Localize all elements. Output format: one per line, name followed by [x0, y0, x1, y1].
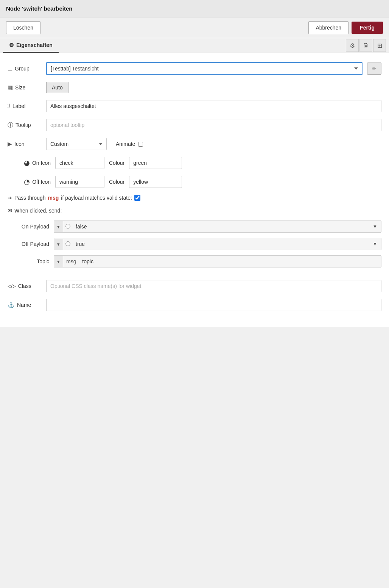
topic-input[interactable]: [79, 256, 381, 267]
on-icon-row: ◕ On Icon Colour: [8, 157, 381, 169]
icon-select[interactable]: Custom: [46, 138, 107, 150]
topic-row: Topic ▾ msg.: [8, 255, 381, 267]
form-area: ⚊ Group [Testtab] Testansicht ✏ ▦ Size A…: [0, 53, 389, 327]
size-label: ▦ Size: [8, 84, 42, 91]
toolbar: Löschen Abbrechen Fertig: [0, 17, 389, 38]
size-row: ▦ Size Auto: [8, 82, 381, 93]
class-row: </> Class: [8, 280, 381, 292]
tooltip-row: ⓘ Tooltip: [8, 119, 381, 131]
on-payload-wrap: ▾ ⓘ ▼: [54, 220, 381, 233]
tab-icon-gear[interactable]: ⚙: [346, 39, 359, 52]
when-clicked-row: ✉ When clicked, send:: [8, 208, 381, 214]
label-input[interactable]: [46, 100, 381, 112]
tooltip-icon: ⓘ: [8, 122, 13, 129]
group-icon: ⚊: [8, 65, 12, 72]
tab-properties-label: Eigenschaften: [16, 42, 53, 48]
label-row: ℐ Label: [8, 100, 381, 112]
panel: Node 'switch' bearbeiten Löschen Abbrech…: [0, 0, 389, 588]
on-icon-input[interactable]: [55, 157, 104, 169]
off-payload-row: Off Payload ▾ ⓘ ▼: [8, 238, 381, 250]
on-payload-type-btn[interactable]: ▾: [54, 221, 63, 232]
on-payload-input[interactable]: [73, 221, 369, 232]
off-payload-arrow: ▾: [57, 241, 60, 247]
on-icon-label: ◕ On Icon: [17, 159, 51, 167]
on-payload-dropdown[interactable]: ▼: [369, 221, 381, 232]
pass-through-checkbox[interactable]: [134, 195, 140, 201]
pencil-icon: ✏: [372, 66, 377, 72]
label-label: ℐ Label: [8, 103, 42, 109]
done-button[interactable]: Fertig: [352, 22, 383, 34]
off-icon-row: ◔ Off Icon Colour: [8, 176, 381, 188]
pass-through-row: ➔ Pass through msg if payload matches va…: [8, 195, 381, 201]
topic-wrap: ▾ msg.: [54, 255, 381, 267]
class-label: </> Class: [8, 283, 42, 289]
arrow-icon: ➔: [8, 195, 12, 201]
topic-label: Topic: [8, 258, 49, 264]
toggle-off-icon: ◔: [24, 178, 30, 186]
pass-through-msg: msg: [48, 195, 59, 201]
off-payload-type-btn[interactable]: ▾: [54, 239, 63, 250]
off-payload-label: Off Payload: [8, 241, 49, 247]
name-label: ⚓ Name: [8, 302, 42, 308]
off-payload-wrap: ▾ ⓘ ▼: [54, 238, 381, 250]
topic-type-arrow: ▾: [57, 259, 60, 264]
label-icon: ℐ: [8, 103, 10, 109]
off-icon-input[interactable]: [55, 176, 104, 188]
group-edit-button[interactable]: ✏: [367, 63, 381, 75]
off-colour-label: Colour: [109, 179, 124, 185]
icon-label: ▶ Icon: [8, 141, 42, 147]
tabs-bar: ⚙ Eigenschaften ⚙ 🗎 ⊞: [0, 38, 389, 53]
panel-title: Node 'switch' bearbeiten: [6, 5, 383, 12]
on-colour-label: Colour: [109, 160, 124, 166]
cancel-button[interactable]: Abbrechen: [308, 21, 349, 34]
gear-icon: ⚙: [9, 42, 14, 48]
animate-checkbox[interactable]: [138, 142, 143, 147]
tab-icon-doc[interactable]: 🗎: [359, 39, 372, 52]
off-colour-input[interactable]: [129, 176, 182, 188]
animate-row: Animate: [116, 141, 143, 147]
on-colour-input[interactable]: [129, 157, 182, 169]
name-input[interactable]: [46, 299, 381, 311]
name-row: ⚓ Name: [8, 299, 381, 311]
size-icon: ▦: [8, 84, 13, 91]
tab-properties[interactable]: ⚙ Eigenschaften: [3, 38, 59, 53]
class-input[interactable]: [46, 280, 381, 292]
off-payload-input[interactable]: [73, 238, 369, 250]
delete-button[interactable]: Löschen: [6, 21, 40, 34]
off-payload-dropdown[interactable]: ▼: [369, 239, 381, 249]
panel-header: Node 'switch' bearbeiten: [0, 0, 389, 17]
name-icon: ⚓: [8, 302, 15, 308]
icon-row: ▶ Icon Custom Animate: [8, 138, 381, 150]
group-select[interactable]: [Testtab] Testansicht: [46, 62, 363, 75]
tab-icon-grid[interactable]: ⊞: [373, 39, 386, 52]
on-payload-label: On Payload: [8, 224, 49, 230]
topic-type-btn[interactable]: ▾: [54, 256, 63, 267]
icon-icon: ▶: [8, 141, 12, 147]
divider: [8, 273, 381, 273]
on-payload-info-icon: ⓘ: [63, 223, 73, 230]
group-label: ⚊ Group: [8, 65, 42, 72]
tooltip-label: ⓘ Tooltip: [8, 122, 42, 129]
class-icon: </>: [8, 283, 16, 289]
size-auto-button[interactable]: Auto: [46, 82, 68, 93]
tab-icon-group: ⚙ 🗎 ⊞: [346, 39, 386, 52]
toggle-on-icon: ◕: [24, 159, 30, 167]
topic-prefix: msg.: [63, 256, 79, 267]
off-payload-info-icon: ⓘ: [63, 241, 73, 247]
group-row: ⚊ Group [Testtab] Testansicht ✏: [8, 62, 381, 75]
tooltip-input[interactable]: [46, 119, 381, 131]
on-payload-row: On Payload ▾ ⓘ ▼: [8, 220, 381, 233]
on-payload-arrow: ▾: [57, 224, 60, 230]
off-icon-label: ◔ Off Icon: [17, 178, 51, 186]
envelope-icon: ✉: [8, 208, 12, 214]
